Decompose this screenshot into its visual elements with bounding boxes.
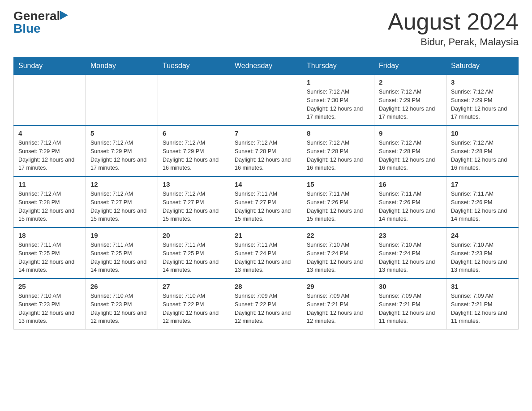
day-number: 27 — [163, 283, 225, 290]
day-info: Sunrise: 7:11 AMSunset: 7:26 PMDaylight:… — [307, 190, 369, 223]
table-row: 12Sunrise: 7:12 AMSunset: 7:27 PMDayligh… — [86, 176, 158, 227]
day-info: Sunrise: 7:09 AMSunset: 7:21 PMDaylight:… — [379, 292, 442, 325]
table-row: 8Sunrise: 7:12 AMSunset: 7:28 PMDaylight… — [302, 125, 374, 176]
day-number: 20 — [163, 231, 225, 239]
day-info: Sunrise: 7:11 AMSunset: 7:26 PMDaylight:… — [451, 190, 514, 223]
table-row: 21Sunrise: 7:11 AMSunset: 7:24 PMDayligh… — [230, 227, 302, 278]
day-info: Sunrise: 7:09 AMSunset: 7:21 PMDaylight:… — [451, 292, 514, 325]
col-saturday: Saturday — [446, 57, 519, 75]
day-number: 12 — [90, 180, 153, 188]
calendar-week-row: 25Sunrise: 7:10 AMSunset: 7:23 PMDayligh… — [14, 278, 519, 330]
table-row: 5Sunrise: 7:12 AMSunset: 7:29 PMDaylight… — [86, 125, 158, 176]
table-row: 25Sunrise: 7:10 AMSunset: 7:23 PMDayligh… — [14, 278, 86, 330]
day-info: Sunrise: 7:09 AMSunset: 7:21 PMDaylight:… — [307, 292, 369, 325]
day-number: 18 — [18, 231, 81, 239]
day-info: Sunrise: 7:12 AMSunset: 7:29 PMDaylight:… — [451, 88, 514, 121]
table-row: 6Sunrise: 7:12 AMSunset: 7:29 PMDaylight… — [158, 125, 230, 176]
day-info: Sunrise: 7:12 AMSunset: 7:28 PMDaylight:… — [379, 139, 442, 172]
day-info: Sunrise: 7:10 AMSunset: 7:23 PMDaylight:… — [90, 292, 153, 325]
day-number: 11 — [18, 180, 81, 188]
day-info: Sunrise: 7:12 AMSunset: 7:29 PMDaylight:… — [163, 139, 225, 172]
table-row: 10Sunrise: 7:12 AMSunset: 7:28 PMDayligh… — [446, 125, 519, 176]
day-info: Sunrise: 7:12 AMSunset: 7:29 PMDaylight:… — [379, 88, 442, 121]
day-info: Sunrise: 7:11 AMSunset: 7:24 PMDaylight:… — [235, 241, 297, 274]
table-row — [230, 75, 302, 126]
table-row: 29Sunrise: 7:09 AMSunset: 7:21 PMDayligh… — [302, 278, 374, 330]
table-row: 7Sunrise: 7:12 AMSunset: 7:28 PMDaylight… — [230, 125, 302, 176]
day-number: 5 — [90, 129, 153, 137]
day-info: Sunrise: 7:12 AMSunset: 7:28 PMDaylight:… — [451, 139, 514, 172]
calendar-week-row: 18Sunrise: 7:11 AMSunset: 7:25 PMDayligh… — [14, 227, 519, 278]
table-row: 17Sunrise: 7:11 AMSunset: 7:26 PMDayligh… — [446, 176, 519, 227]
table-row: 26Sunrise: 7:10 AMSunset: 7:23 PMDayligh… — [86, 278, 158, 330]
day-info: Sunrise: 7:12 AMSunset: 7:29 PMDaylight:… — [90, 139, 153, 172]
day-info: Sunrise: 7:12 AMSunset: 7:28 PMDaylight:… — [18, 190, 81, 223]
table-row: 18Sunrise: 7:11 AMSunset: 7:25 PMDayligh… — [14, 227, 86, 278]
logo: General Blue — [13, 9, 68, 36]
day-info: Sunrise: 7:12 AMSunset: 7:29 PMDaylight:… — [18, 139, 81, 172]
day-number: 19 — [90, 231, 153, 239]
col-wednesday: Wednesday — [230, 57, 302, 75]
day-number: 17 — [451, 180, 514, 188]
table-row: 24Sunrise: 7:10 AMSunset: 7:23 PMDayligh… — [446, 227, 519, 278]
page-title: August 2024 — [388, 9, 519, 34]
day-info: Sunrise: 7:10 AMSunset: 7:23 PMDaylight:… — [451, 241, 514, 274]
day-number: 9 — [379, 129, 442, 137]
day-number: 30 — [379, 283, 442, 290]
day-number: 28 — [235, 283, 297, 290]
table-row: 4Sunrise: 7:12 AMSunset: 7:29 PMDaylight… — [14, 125, 86, 176]
table-row: 2Sunrise: 7:12 AMSunset: 7:29 PMDaylight… — [374, 75, 446, 126]
day-info: Sunrise: 7:09 AMSunset: 7:22 PMDaylight:… — [235, 292, 297, 325]
col-sunday: Sunday — [14, 57, 86, 75]
logo-triangle-icon — [60, 11, 68, 20]
table-row: 22Sunrise: 7:10 AMSunset: 7:24 PMDayligh… — [302, 227, 374, 278]
day-info: Sunrise: 7:12 AMSunset: 7:28 PMDaylight:… — [307, 139, 369, 172]
table-row: 30Sunrise: 7:09 AMSunset: 7:21 PMDayligh… — [374, 278, 446, 330]
day-info: Sunrise: 7:12 AMSunset: 7:27 PMDaylight:… — [90, 190, 153, 223]
table-row: 15Sunrise: 7:11 AMSunset: 7:26 PMDayligh… — [302, 176, 374, 227]
col-friday: Friday — [374, 57, 446, 75]
logo-blue-text: Blue — [13, 21, 68, 36]
table-row — [86, 75, 158, 126]
day-number: 29 — [307, 283, 369, 290]
day-info: Sunrise: 7:11 AMSunset: 7:25 PMDaylight:… — [90, 241, 153, 274]
day-number: 7 — [235, 129, 297, 137]
table-row: 9Sunrise: 7:12 AMSunset: 7:28 PMDaylight… — [374, 125, 446, 176]
table-row — [14, 75, 86, 126]
day-number: 10 — [451, 129, 514, 137]
day-number: 15 — [307, 180, 369, 188]
page-header: General Blue August 2024 Bidur, Perak, M… — [13, 9, 519, 48]
day-number: 4 — [18, 129, 81, 137]
day-info: Sunrise: 7:11 AMSunset: 7:25 PMDaylight:… — [18, 241, 81, 274]
day-number: 3 — [451, 78, 514, 86]
day-number: 16 — [379, 180, 442, 188]
table-row: 28Sunrise: 7:09 AMSunset: 7:22 PMDayligh… — [230, 278, 302, 330]
day-info: Sunrise: 7:11 AMSunset: 7:25 PMDaylight:… — [163, 241, 225, 274]
table-row: 11Sunrise: 7:12 AMSunset: 7:28 PMDayligh… — [14, 176, 86, 227]
col-thursday: Thursday — [302, 57, 374, 75]
day-number: 2 — [379, 78, 442, 86]
day-number: 26 — [90, 283, 153, 290]
title-block: August 2024 Bidur, Perak, Malaysia — [388, 9, 519, 48]
day-info: Sunrise: 7:10 AMSunset: 7:24 PMDaylight:… — [379, 241, 442, 274]
day-info: Sunrise: 7:10 AMSunset: 7:23 PMDaylight:… — [18, 292, 81, 325]
table-row: 27Sunrise: 7:10 AMSunset: 7:22 PMDayligh… — [158, 278, 230, 330]
day-info: Sunrise: 7:10 AMSunset: 7:24 PMDaylight:… — [307, 241, 369, 274]
day-number: 8 — [307, 129, 369, 137]
day-number: 24 — [451, 231, 514, 239]
calendar-week-row: 11Sunrise: 7:12 AMSunset: 7:28 PMDayligh… — [14, 176, 519, 227]
table-row: 23Sunrise: 7:10 AMSunset: 7:24 PMDayligh… — [374, 227, 446, 278]
calendar-header-row: Sunday Monday Tuesday Wednesday Thursday… — [14, 57, 519, 75]
day-info: Sunrise: 7:12 AMSunset: 7:30 PMDaylight:… — [307, 88, 369, 121]
day-number: 22 — [307, 231, 369, 239]
col-tuesday: Tuesday — [158, 57, 230, 75]
day-number: 13 — [163, 180, 225, 188]
calendar-table: Sunday Monday Tuesday Wednesday Thursday… — [13, 57, 519, 330]
table-row: 19Sunrise: 7:11 AMSunset: 7:25 PMDayligh… — [86, 227, 158, 278]
day-number: 23 — [379, 231, 442, 239]
table-row — [158, 75, 230, 126]
table-row: 1Sunrise: 7:12 AMSunset: 7:30 PMDaylight… — [302, 75, 374, 126]
table-row: 3Sunrise: 7:12 AMSunset: 7:29 PMDaylight… — [446, 75, 519, 126]
table-row: 13Sunrise: 7:12 AMSunset: 7:27 PMDayligh… — [158, 176, 230, 227]
day-number: 6 — [163, 129, 225, 137]
